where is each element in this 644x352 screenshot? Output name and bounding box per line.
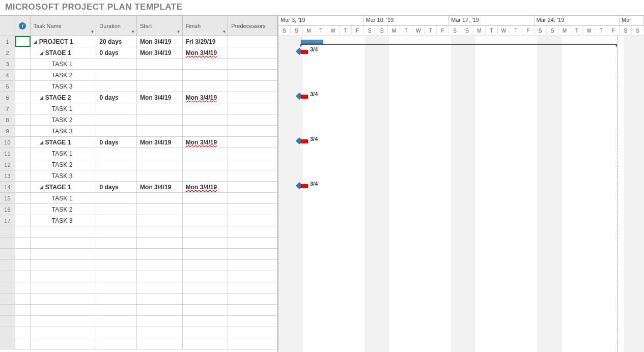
cell-duration[interactable] bbox=[96, 103, 137, 114]
cell-empty[interactable] bbox=[228, 282, 277, 293]
cell-empty[interactable] bbox=[137, 226, 183, 237]
cell-start[interactable] bbox=[137, 204, 183, 215]
gantt-row[interactable] bbox=[278, 70, 644, 81]
gantt-row[interactable] bbox=[278, 114, 644, 126]
cell-empty[interactable] bbox=[96, 282, 137, 293]
cell-empty[interactable] bbox=[137, 238, 183, 248]
gantt-milestone[interactable]: 3/4 bbox=[301, 95, 308, 99]
cell-duration[interactable] bbox=[96, 58, 137, 69]
cell-empty[interactable] bbox=[0, 305, 15, 315]
cell-empty[interactable] bbox=[0, 238, 15, 248]
cell-empty[interactable] bbox=[31, 271, 96, 282]
cell-duration[interactable]: 0 days bbox=[96, 182, 137, 192]
cell-empty[interactable] bbox=[183, 226, 229, 237]
cell-empty[interactable] bbox=[96, 338, 137, 349]
table-row[interactable]: 1◢PROJECT 120 daysMon 3/4/19Fri 3/29/19 bbox=[0, 36, 277, 47]
cell-start[interactable] bbox=[137, 58, 183, 69]
cell-taskname[interactable]: TASK 2 bbox=[31, 70, 97, 80]
cell-predecessors[interactable] bbox=[228, 36, 277, 47]
cell-taskname[interactable]: TASK 1 bbox=[31, 148, 97, 159]
cell-empty[interactable] bbox=[31, 294, 96, 304]
cell-finish[interactable]: Mon 3/4/19 bbox=[183, 137, 229, 148]
chevron-down-icon[interactable]: ▼ bbox=[90, 30, 94, 34]
cell-empty[interactable] bbox=[15, 238, 31, 248]
cell-empty[interactable] bbox=[228, 271, 277, 282]
cell-empty[interactable] bbox=[15, 316, 31, 327]
cell-empty[interactable] bbox=[183, 327, 229, 338]
cell-empty[interactable] bbox=[0, 327, 15, 338]
gantt-row[interactable] bbox=[278, 271, 644, 282]
row-number[interactable]: 5 bbox=[0, 81, 15, 92]
cell-empty[interactable] bbox=[228, 327, 277, 338]
cell-empty[interactable] bbox=[228, 249, 277, 259]
cell-info[interactable] bbox=[15, 58, 31, 69]
cell-empty[interactable] bbox=[96, 327, 137, 338]
cell-start[interactable] bbox=[137, 193, 183, 203]
cell-duration[interactable] bbox=[96, 159, 137, 170]
cell-empty[interactable] bbox=[228, 238, 277, 248]
header-predecessors[interactable]: Predecessors bbox=[228, 16, 277, 36]
cell-finish[interactable] bbox=[183, 148, 229, 159]
cell-start[interactable]: Mon 3/4/19 bbox=[137, 92, 183, 103]
cell-start[interactable]: Mon 3/4/19 bbox=[137, 182, 183, 192]
cell-empty[interactable] bbox=[31, 226, 96, 237]
cell-empty[interactable] bbox=[96, 226, 137, 237]
cell-duration[interactable] bbox=[96, 193, 137, 203]
cell-empty[interactable] bbox=[31, 327, 96, 338]
cell-duration[interactable] bbox=[96, 126, 137, 136]
cell-taskname[interactable]: ◢STAGE 1 bbox=[31, 137, 97, 148]
cell-predecessors[interactable] bbox=[228, 148, 277, 159]
cell-empty[interactable] bbox=[15, 294, 31, 304]
cell-empty[interactable] bbox=[96, 316, 137, 327]
cell-empty[interactable] bbox=[228, 226, 277, 237]
header-info[interactable]: i bbox=[15, 16, 31, 36]
row-number[interactable]: 15 bbox=[0, 193, 15, 203]
table-row[interactable]: 8TASK 2 bbox=[0, 114, 277, 126]
header-taskname[interactable]: Task Name ▼ bbox=[31, 16, 96, 36]
cell-duration[interactable] bbox=[96, 81, 137, 92]
cell-duration[interactable] bbox=[96, 215, 137, 226]
cell-info[interactable] bbox=[15, 47, 31, 58]
table-row[interactable]: 16TASK 2 bbox=[0, 204, 277, 215]
cell-empty[interactable] bbox=[137, 271, 183, 282]
gantt-row[interactable] bbox=[278, 126, 644, 137]
row-number[interactable]: 14 bbox=[0, 182, 15, 192]
table-row[interactable] bbox=[0, 271, 277, 282]
cell-taskname[interactable]: ◢STAGE 1 bbox=[31, 182, 97, 192]
cell-duration[interactable]: 0 days bbox=[96, 92, 137, 103]
gantt-row[interactable] bbox=[278, 327, 644, 338]
cell-start[interactable] bbox=[137, 103, 183, 114]
cell-empty[interactable] bbox=[96, 249, 137, 259]
table-row[interactable]: 3TASK 1 bbox=[0, 58, 277, 70]
cell-empty[interactable] bbox=[137, 316, 183, 327]
row-number[interactable]: 16 bbox=[0, 204, 15, 215]
cell-empty[interactable] bbox=[137, 305, 183, 315]
table-row[interactable] bbox=[0, 294, 277, 305]
cell-empty[interactable] bbox=[31, 338, 96, 349]
row-number[interactable]: 17 bbox=[0, 215, 15, 226]
table-row[interactable]: 10◢STAGE 10 daysMon 3/4/19Mon 3/4/19 bbox=[0, 137, 277, 148]
table-body[interactable]: 1◢PROJECT 120 daysMon 3/4/19Fri 3/29/192… bbox=[0, 36, 277, 352]
cell-taskname[interactable]: TASK 1 bbox=[31, 58, 97, 69]
gantt-row[interactable] bbox=[278, 215, 644, 226]
cell-taskname[interactable]: TASK 1 bbox=[31, 103, 97, 114]
gantt-row[interactable] bbox=[278, 36, 644, 47]
outline-toggle-icon[interactable]: ◢ bbox=[34, 39, 37, 44]
cell-empty[interactable] bbox=[15, 282, 31, 293]
gantt-row[interactable]: 3/4 bbox=[278, 92, 644, 103]
cell-empty[interactable] bbox=[31, 282, 96, 293]
cell-finish[interactable] bbox=[183, 103, 229, 114]
cell-taskname[interactable]: TASK 3 bbox=[31, 81, 97, 92]
table-row[interactable] bbox=[0, 316, 277, 327]
gantt-row[interactable] bbox=[278, 238, 644, 249]
cell-taskname[interactable]: ◢STAGE 2 bbox=[31, 92, 97, 103]
cell-info[interactable] bbox=[15, 103, 31, 114]
cell-start[interactable] bbox=[137, 81, 183, 92]
cell-taskname[interactable]: ◢PROJECT 1 bbox=[31, 36, 96, 47]
table-row[interactable] bbox=[0, 305, 277, 316]
cell-taskname[interactable]: TASK 3 bbox=[31, 170, 97, 181]
row-number[interactable]: 11 bbox=[0, 148, 15, 159]
cell-start[interactable] bbox=[137, 215, 183, 226]
cell-empty[interactable] bbox=[31, 260, 96, 271]
table-row[interactable]: 17TASK 3 bbox=[0, 215, 277, 226]
